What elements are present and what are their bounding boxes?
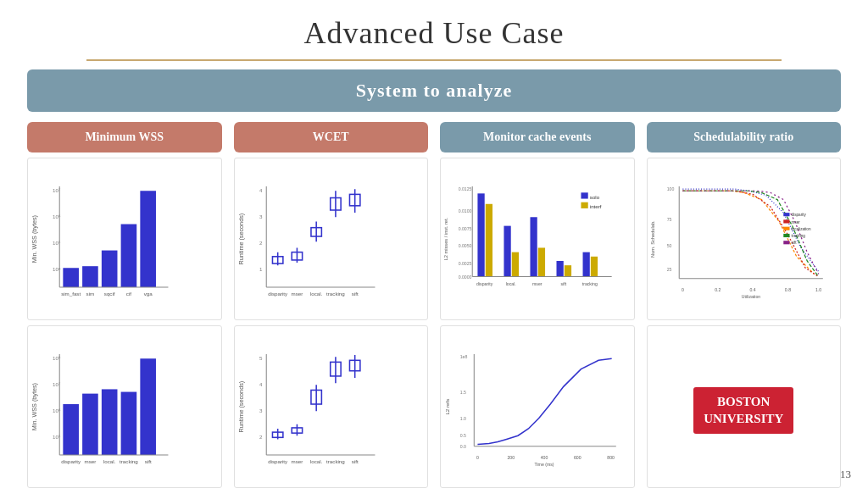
svg-text:sift: sift xyxy=(791,241,797,245)
svg-text:4: 4 xyxy=(259,187,262,193)
svg-text:sift: sift xyxy=(351,458,358,464)
svg-text:mser: mser xyxy=(291,291,303,297)
svg-text:200: 200 xyxy=(507,455,515,460)
svg-text:tracking: tracking xyxy=(326,458,345,464)
col-min-wss: Minimum WSS Min. WSS (bytes) 10⁷ 10⁶ 10⁵… xyxy=(27,122,222,489)
svg-text:disparity: disparity xyxy=(268,291,288,297)
svg-text:vga: vga xyxy=(144,291,153,297)
svg-text:L2 refs: L2 refs xyxy=(444,398,450,414)
svg-text:3: 3 xyxy=(259,214,262,219)
svg-rect-23 xyxy=(82,393,98,454)
page-number: 13 xyxy=(840,468,851,481)
svg-rect-89 xyxy=(477,193,484,276)
slide-title: Advanced Use Case xyxy=(304,0,565,59)
chart-min-wss-bottom: Min. WSS (bytes) 10⁸ 10⁷ 10⁶ 10⁵ dispari… xyxy=(27,325,222,488)
svg-text:5: 5 xyxy=(259,355,262,361)
svg-rect-7 xyxy=(102,250,118,286)
svg-text:sift: sift xyxy=(560,280,566,286)
svg-text:solo: solo xyxy=(590,193,600,199)
svg-text:tracking: tracking xyxy=(582,280,598,286)
bu-line2: UNIVERSITY xyxy=(704,412,783,425)
svg-text:local.: local. xyxy=(309,458,322,464)
svg-text:local.: local. xyxy=(506,280,516,286)
col-schedulability: Schedulability ratio Num. Schedulab. 100… xyxy=(647,122,842,489)
svg-text:Runtime (seconds): Runtime (seconds) xyxy=(237,213,245,264)
bu-box: BOSTON UNIVERSITY xyxy=(693,387,793,434)
svg-text:0.0100: 0.0100 xyxy=(459,208,472,214)
svg-text:2: 2 xyxy=(259,434,262,440)
svg-text:Utilization: Utilization xyxy=(741,294,760,299)
svg-rect-92 xyxy=(512,252,519,276)
chart-wcet-top: Runtime (seconds) 4 3 2 1 xyxy=(234,158,429,320)
svg-text:Min. WSS (bytes): Min. WSS (bytes) xyxy=(31,383,38,430)
svg-text:50: 50 xyxy=(666,243,671,248)
bu-logo: BOSTON UNIVERSITY xyxy=(693,387,793,434)
chart-cache-top: L2 misses / inst. ret. 0.0125 0.0100 0.0… xyxy=(440,158,635,320)
svg-rect-90 xyxy=(486,203,492,276)
svg-text:tracking: tracking xyxy=(120,458,138,464)
svg-text:sim: sim xyxy=(86,291,95,297)
svg-rect-125 xyxy=(783,213,789,216)
svg-rect-131 xyxy=(783,233,789,236)
svg-text:L2 misses / inst. ret.: L2 misses / inst. ret. xyxy=(443,217,448,260)
svg-rect-93 xyxy=(530,217,537,276)
svg-text:0.0125: 0.0125 xyxy=(459,186,472,191)
svg-text:1e8: 1e8 xyxy=(460,354,468,359)
svg-text:mser: mser xyxy=(532,280,542,286)
svg-rect-95 xyxy=(557,260,564,276)
svg-rect-129 xyxy=(783,226,789,230)
svg-rect-133 xyxy=(783,241,789,244)
svg-text:0.0075: 0.0075 xyxy=(459,225,472,230)
svg-rect-96 xyxy=(565,265,571,276)
system-banner-text: System to analyze xyxy=(356,80,512,101)
svg-text:Min. WSS (bytes): Min. WSS (bytes) xyxy=(31,215,38,263)
svg-text:100: 100 xyxy=(666,186,674,191)
svg-rect-8 xyxy=(121,224,137,286)
svg-text:Runtime (seconds): Runtime (seconds) xyxy=(237,381,245,433)
svg-rect-6 xyxy=(82,266,98,287)
svg-text:disparity: disparity xyxy=(476,280,493,286)
chart-min-wss-top: Min. WSS (bytes) 10⁷ 10⁶ 10⁵ 10⁴ sim_fas… xyxy=(27,158,222,320)
svg-text:sift: sift xyxy=(145,458,152,464)
svg-text:1.0: 1.0 xyxy=(815,287,821,292)
chart-sched-top: Num. Schedulab. 100 75 50 25 xyxy=(647,158,842,320)
svg-text:cif: cif xyxy=(126,291,131,297)
svg-text:Time (ms): Time (ms) xyxy=(535,462,554,467)
svg-text:sqcif: sqcif xyxy=(104,291,115,297)
svg-text:mser: mser xyxy=(291,458,303,464)
svg-text:0.0050: 0.0050 xyxy=(459,243,472,248)
svg-text:tracking: tracking xyxy=(791,234,805,238)
svg-rect-98 xyxy=(591,256,598,276)
svg-text:3: 3 xyxy=(259,408,262,413)
svg-rect-26 xyxy=(140,358,156,455)
svg-text:interf: interf xyxy=(590,202,602,208)
svg-rect-87 xyxy=(581,202,587,208)
svg-text:0: 0 xyxy=(681,287,683,292)
col-header-wcet: WCET xyxy=(234,122,429,152)
svg-text:tracking: tracking xyxy=(326,291,345,297)
svg-text:local.: local. xyxy=(309,291,322,297)
svg-text:4: 4 xyxy=(259,381,262,387)
chart-wcet-bottom: Runtime (seconds) 5 4 3 2 xyxy=(234,325,429,488)
svg-text:800: 800 xyxy=(607,455,615,460)
slide: Advanced Use Case System to analyze Mini… xyxy=(0,0,868,488)
svg-text:600: 600 xyxy=(574,455,581,460)
col-wcet: WCET Runtime (seconds) 4 3 2 1 xyxy=(234,122,429,489)
col-header-min-wss: Minimum WSS xyxy=(27,122,222,152)
chart-cache-bottom: L2 refs 1e8 1.5 1.0 0.5 0.0 0 200 400 60… xyxy=(440,325,635,488)
svg-text:0.4: 0.4 xyxy=(749,287,755,292)
bu-line1: BOSTON xyxy=(717,395,770,408)
svg-text:400: 400 xyxy=(541,455,548,460)
svg-text:0.0025: 0.0025 xyxy=(459,261,472,266)
svg-text:75: 75 xyxy=(666,217,671,222)
system-banner: System to analyze xyxy=(27,69,841,112)
svg-text:localization: localization xyxy=(791,226,810,230)
svg-text:sim_fast: sim_fast xyxy=(61,291,81,297)
svg-rect-94 xyxy=(538,247,545,276)
svg-text:1.5: 1.5 xyxy=(460,389,466,394)
svg-text:0.0000: 0.0000 xyxy=(459,274,472,279)
svg-text:mser: mser xyxy=(791,219,800,224)
col-monitor-cache: Monitor cache events L2 misses / inst. r… xyxy=(440,122,635,489)
svg-text:0: 0 xyxy=(476,455,479,460)
svg-rect-85 xyxy=(581,192,587,198)
